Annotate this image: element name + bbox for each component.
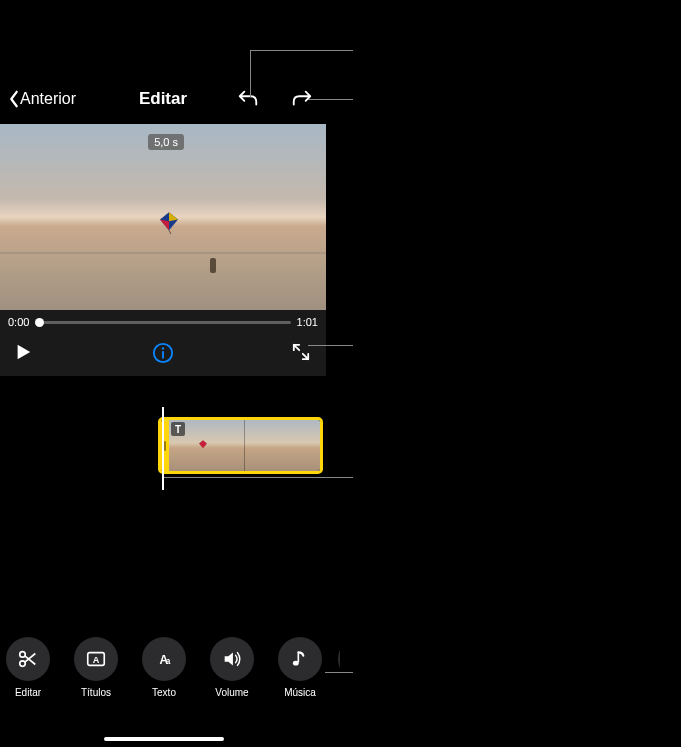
- tool-text[interactable]: A a Texto: [142, 637, 186, 727]
- tool-volume[interactable]: Volume: [210, 637, 254, 727]
- current-time: 0:00: [8, 316, 29, 328]
- header-bar: Anterior Editar: [0, 74, 326, 124]
- svg-marker-7: [199, 440, 207, 448]
- scissors-icon: [17, 648, 39, 670]
- mini-kite-icon: [199, 440, 207, 450]
- play-icon: [14, 343, 32, 361]
- tool-label: Títulos: [81, 687, 111, 698]
- info-icon: [152, 342, 174, 364]
- scrubber-handle[interactable]: [35, 318, 44, 327]
- svg-marker-2: [160, 219, 169, 230]
- playhead[interactable]: [162, 407, 164, 490]
- home-indicator[interactable]: [104, 737, 224, 741]
- tool-edit[interactable]: Editar: [6, 637, 50, 727]
- undo-icon: [237, 88, 259, 110]
- video-clip[interactable]: T: [158, 417, 323, 474]
- callout-line: [308, 345, 353, 346]
- video-preview[interactable]: 5,0 s: [0, 124, 326, 310]
- scrubber-track[interactable]: [35, 321, 290, 324]
- callout-line: [250, 50, 251, 97]
- svg-point-14: [293, 661, 299, 666]
- back-button[interactable]: Anterior: [8, 90, 76, 108]
- tool-label: Música: [284, 687, 316, 698]
- text-icon: A a: [153, 648, 175, 670]
- clip-thumbnail: [244, 420, 320, 471]
- timeline[interactable]: T: [0, 412, 326, 482]
- callout-line: [250, 50, 353, 51]
- music-note-icon: [290, 649, 310, 669]
- total-time: 1:01: [297, 316, 318, 328]
- tool-label: Editar: [15, 687, 41, 698]
- text-overlay-indicator: T: [171, 422, 185, 436]
- horizon-line: [0, 252, 326, 254]
- callout-line: [163, 477, 353, 478]
- play-button[interactable]: [14, 343, 34, 363]
- playback-bar: 0:00 1:01: [0, 310, 326, 376]
- svg-text:a: a: [166, 657, 171, 666]
- clip-duration-badge: 5,0 s: [148, 134, 184, 150]
- page-title: Editar: [139, 89, 187, 109]
- tool-titles[interactable]: A Títulos: [74, 637, 118, 727]
- svg-point-5: [162, 347, 164, 349]
- kite-graphic: [160, 212, 178, 234]
- svg-text:A: A: [93, 655, 100, 665]
- tool-music[interactable]: Música: [278, 637, 322, 727]
- chevron-left-icon: [8, 90, 20, 108]
- clip-thumbnail: T: [169, 420, 244, 471]
- person-graphic: [210, 258, 216, 273]
- controls-row: [0, 334, 326, 376]
- callout-line: [325, 672, 353, 673]
- titles-icon: A: [85, 648, 107, 670]
- tool-label: Texto: [152, 687, 176, 698]
- svg-rect-6: [162, 351, 164, 358]
- info-button[interactable]: [152, 342, 174, 364]
- callout-line: [308, 99, 353, 100]
- scrubber-row: 0:00 1:01: [0, 310, 326, 334]
- svg-marker-3: [18, 345, 31, 359]
- fullscreen-button[interactable]: [292, 343, 312, 363]
- tool-label: Volume: [215, 687, 248, 698]
- undo-button[interactable]: [236, 87, 260, 111]
- volume-icon: [221, 648, 243, 670]
- back-label: Anterior: [20, 90, 76, 108]
- bottom-toolbar[interactable]: Editar A Títulos A a Texto: [0, 637, 340, 727]
